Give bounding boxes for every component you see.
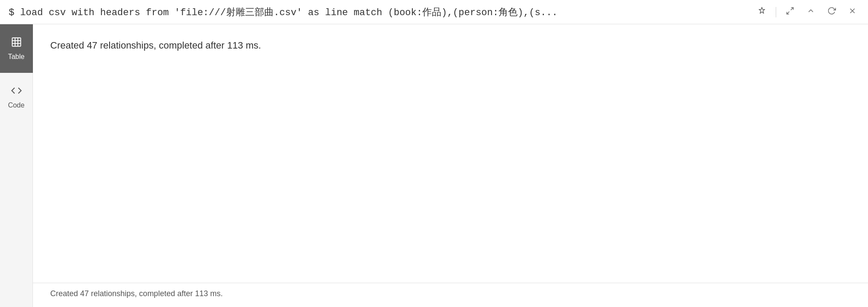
status-bar: Created 47 relationships, completed afte… [33, 283, 868, 307]
svg-line-0 [791, 8, 794, 10]
content-body: Created 47 relationships, completed afte… [33, 24, 868, 283]
chevron-up-icon [806, 7, 815, 17]
sidebar-tab-table[interactable]: Table [0, 24, 33, 73]
command-actions [753, 3, 861, 21]
svg-line-1 [787, 12, 790, 14]
expand-icon [786, 7, 794, 17]
command-text: $ load csv with headers from 'file:///射雕… [9, 6, 746, 19]
sidebar: Table Code [0, 24, 33, 307]
status-text: Created 47 relationships, completed afte… [50, 289, 223, 298]
pin-button[interactable] [753, 3, 771, 21]
sidebar-tab-table-label: Table [8, 53, 24, 61]
sidebar-tab-code[interactable]: Code [0, 73, 33, 121]
table-icon [11, 36, 22, 50]
content-panel: Created 47 relationships, completed afte… [33, 24, 868, 307]
code-icon [11, 85, 22, 99]
up-button[interactable] [802, 3, 819, 21]
command-bar: $ load csv with headers from 'file:///射雕… [0, 0, 868, 24]
main-area: Table Code Created 47 relationships, com… [0, 24, 868, 307]
divider-1 [776, 7, 776, 17]
result-message: Created 47 relationships, completed afte… [50, 38, 851, 52]
pin-icon [758, 7, 766, 17]
app-container: $ load csv with headers from 'file:///射雕… [0, 0, 868, 307]
close-button[interactable] [844, 3, 861, 21]
expand-button[interactable] [781, 3, 799, 21]
refresh-button[interactable] [823, 3, 840, 21]
sidebar-tab-code-label: Code [8, 101, 24, 109]
close-icon [848, 7, 857, 17]
refresh-icon [827, 7, 836, 17]
svg-rect-4 [12, 38, 21, 46]
